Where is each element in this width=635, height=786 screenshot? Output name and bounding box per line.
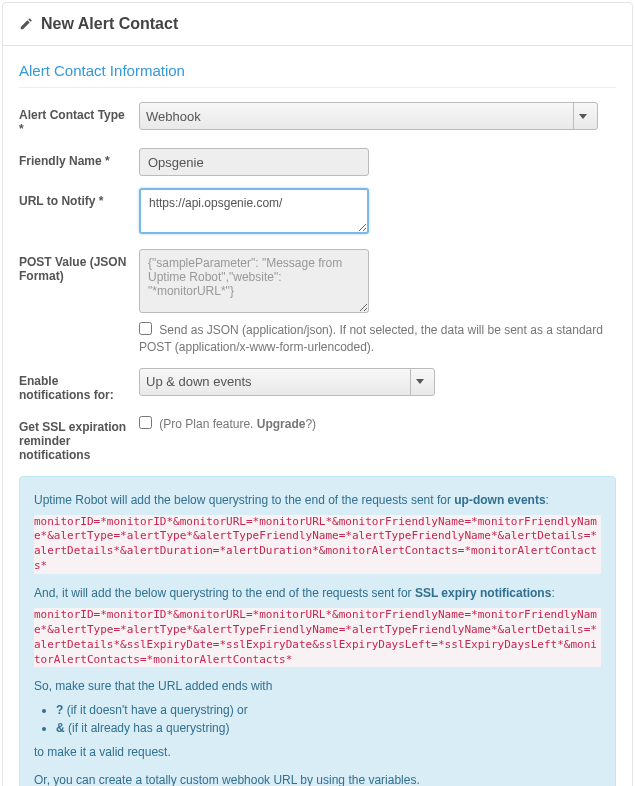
select-contact-type-value: Webhook bbox=[146, 109, 201, 124]
row-url-notify: URL to Notify * https://api.opsgenie.com… bbox=[19, 188, 616, 237]
row-ssl-reminder: Get SSL expiration reminder notification… bbox=[19, 414, 616, 462]
chevron-down-icon bbox=[573, 103, 591, 129]
hint-send-json: Send as JSON (application/json). If not … bbox=[139, 322, 616, 356]
select-contact-type[interactable]: Webhook bbox=[139, 102, 598, 130]
modal-body: Alert Contact Information Alert Contact … bbox=[3, 46, 632, 786]
label-contact-type: Alert Contact Type * bbox=[19, 102, 139, 136]
info-line5: Or, you can create a totally custom webh… bbox=[34, 771, 601, 786]
textarea-url-notify[interactable]: https://api.opsgenie.com/ bbox=[139, 188, 369, 234]
info-code1: monitorID=*monitorID*&monitorURL=*monito… bbox=[34, 515, 601, 574]
info-line3: So, make sure that the URL added ends wi… bbox=[34, 677, 601, 695]
info-bullet1: ? (if it doesn't have a querystring) or bbox=[56, 701, 601, 719]
chevron-down-icon bbox=[410, 369, 428, 395]
info-bullet2-text: (if it already has a querystring) bbox=[65, 721, 230, 735]
label-post-value: POST Value (JSON Format) bbox=[19, 249, 139, 283]
label-url-notify: URL to Notify * bbox=[19, 188, 139, 208]
textarea-post-value[interactable] bbox=[139, 249, 369, 313]
modal-header: New Alert Contact bbox=[3, 3, 632, 46]
info-bullet2-mark: & bbox=[56, 721, 65, 735]
info-box: Uptime Robot will add the below querystr… bbox=[19, 476, 616, 786]
info-bullet2: & (if it already has a querystring) bbox=[56, 719, 601, 737]
input-friendly-name[interactable] bbox=[139, 148, 369, 176]
info-line1: Uptime Robot will add the below querystr… bbox=[34, 491, 601, 509]
info-bullet1-text: (if it doesn't have a querystring) or bbox=[63, 703, 247, 717]
select-enable-notifications[interactable]: Up & down events bbox=[139, 368, 435, 396]
edit-icon bbox=[19, 17, 33, 31]
info-line2-text: And, it will add the below querystring t… bbox=[34, 586, 415, 600]
info-code2: monitorID=*monitorID*&monitorURL=*monito… bbox=[34, 608, 601, 667]
divider bbox=[19, 87, 616, 88]
label-friendly-name: Friendly Name * bbox=[19, 148, 139, 168]
checkbox-ssl-reminder[interactable] bbox=[139, 416, 152, 429]
info-line1-text: Uptime Robot will add the below querystr… bbox=[34, 493, 454, 507]
row-friendly-name: Friendly Name * bbox=[19, 148, 616, 176]
row-post-value: POST Value (JSON Format) Send as JSON (a… bbox=[19, 249, 616, 356]
modal-dialog: New Alert Contact Alert Contact Informat… bbox=[2, 2, 633, 786]
info-bullets: ? (if it doesn't have a querystring) or … bbox=[56, 701, 601, 737]
modal-title: New Alert Contact bbox=[41, 15, 178, 33]
checkbox-send-json[interactable] bbox=[139, 322, 152, 335]
info-line4: to make it a valid request. bbox=[34, 743, 601, 761]
label-enable-notifications: Enable notifications for: bbox=[19, 368, 139, 402]
upgrade-link[interactable]: Upgrade bbox=[257, 417, 306, 431]
info-line2: And, it will add the below querystring t… bbox=[34, 584, 601, 602]
info-line1-bold: up-down events bbox=[454, 493, 545, 507]
hint-ssl-reminder: (Pro Plan feature. Upgrade?) bbox=[139, 416, 616, 433]
select-enable-notifications-value: Up & down events bbox=[146, 374, 252, 389]
ssl-hint-suffix: ?) bbox=[305, 417, 316, 431]
ssl-hint-prefix: (Pro Plan feature. bbox=[159, 417, 256, 431]
row-enable-notifications: Enable notifications for: Up & down even… bbox=[19, 368, 616, 402]
info-line2-bold: SSL expiry notifications bbox=[415, 586, 551, 600]
hint-send-json-text: Send as JSON (application/json). If not … bbox=[139, 323, 603, 354]
label-ssl-reminder: Get SSL expiration reminder notification… bbox=[19, 414, 139, 462]
section-title: Alert Contact Information bbox=[19, 62, 616, 79]
row-contact-type: Alert Contact Type * Webhook bbox=[19, 102, 616, 136]
